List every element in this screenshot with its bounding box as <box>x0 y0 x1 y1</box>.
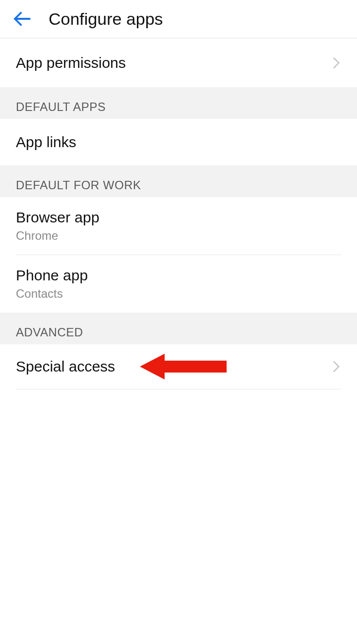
divider <box>16 389 341 389</box>
row-label: App permissions <box>16 54 331 71</box>
row-app-permissions[interactable]: App permissions <box>0 39 357 87</box>
row-special-access[interactable]: Special access <box>0 344 357 389</box>
chevron-right-icon <box>331 56 341 70</box>
section-advanced: ADVANCED <box>0 313 357 344</box>
row-value: Contacts <box>16 287 341 301</box>
row-label: App links <box>16 134 341 151</box>
row-value: Chrome <box>16 229 341 243</box>
row-app-links[interactable]: App links <box>0 119 357 165</box>
page-title: Configure apps <box>49 9 163 29</box>
row-phone-app[interactable]: Phone app Contacts <box>0 255 357 313</box>
chevron-right-icon <box>331 360 341 374</box>
toolbar: Configure apps <box>0 0 357 39</box>
row-browser-app[interactable]: Browser app Chrome <box>0 197 357 255</box>
row-label: Special access <box>16 358 331 375</box>
row-label: Phone app <box>16 267 341 284</box>
section-default-for-work: DEFAULT FOR WORK <box>0 165 357 197</box>
back-arrow-icon <box>11 8 32 29</box>
section-default-apps: DEFAULT APPS <box>0 87 357 119</box>
back-button[interactable] <box>9 6 35 32</box>
row-label: Browser app <box>16 209 341 226</box>
